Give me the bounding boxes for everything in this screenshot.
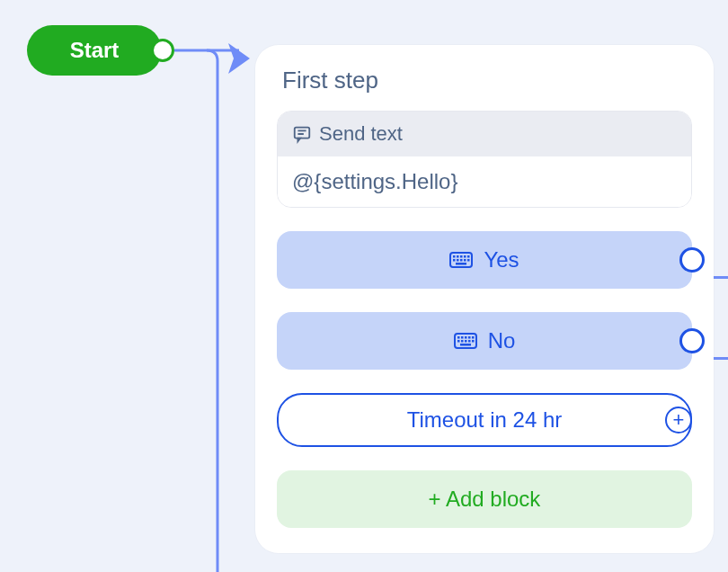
svg-rect-26	[460, 344, 471, 346]
svg-rect-25	[472, 340, 475, 343]
start-output-port[interactable]	[151, 39, 174, 62]
keyboard-icon	[454, 333, 477, 349]
message-icon	[292, 124, 312, 144]
svg-rect-11	[460, 259, 463, 262]
svg-rect-4	[453, 255, 456, 258]
keyboard-icon	[449, 252, 473, 268]
option-no-button[interactable]: No	[277, 312, 692, 370]
yes-output-port[interactable]	[679, 247, 705, 273]
start-label: Start	[70, 38, 120, 63]
svg-rect-23	[465, 340, 467, 343]
timeout-button[interactable]: Timeout in 24 hr +	[277, 393, 692, 447]
timeout-label: Timeout in 24 hr	[407, 407, 563, 433]
step-card[interactable]: First step Send text @{settings.Hello}	[255, 45, 714, 553]
step-title: First step	[282, 67, 692, 94]
svg-rect-22	[461, 340, 464, 343]
svg-rect-21	[457, 340, 460, 343]
send-text-header: Send text	[278, 112, 691, 156]
add-block-button[interactable]: + Add block	[277, 470, 692, 528]
svg-rect-10	[457, 259, 459, 262]
svg-rect-7	[464, 255, 466, 258]
option-label: No	[488, 328, 516, 353]
send-text-label: Send text	[319, 122, 403, 146]
svg-rect-18	[465, 336, 467, 339]
option-yes-button[interactable]: Yes	[277, 231, 692, 289]
svg-rect-24	[468, 340, 471, 343]
add-port-icon[interactable]: +	[665, 407, 692, 433]
svg-rect-14	[456, 263, 466, 265]
svg-rect-16	[457, 336, 460, 339]
svg-rect-20	[472, 336, 475, 339]
add-block-label: + Add block	[429, 487, 541, 512]
svg-rect-17	[461, 336, 464, 339]
svg-rect-5	[457, 255, 459, 258]
svg-rect-0	[295, 128, 310, 139]
send-text-value: @{settings.Hello}	[278, 156, 691, 207]
start-node[interactable]: Start	[27, 25, 162, 76]
svg-rect-13	[467, 259, 470, 262]
send-text-block[interactable]: Send text @{settings.Hello}	[277, 111, 692, 208]
no-output-port[interactable]	[679, 328, 705, 353]
svg-rect-6	[460, 255, 463, 258]
svg-rect-9	[453, 259, 456, 262]
svg-rect-12	[464, 259, 466, 262]
svg-rect-8	[467, 255, 470, 258]
option-label: Yes	[484, 247, 519, 273]
svg-rect-19	[468, 336, 471, 339]
